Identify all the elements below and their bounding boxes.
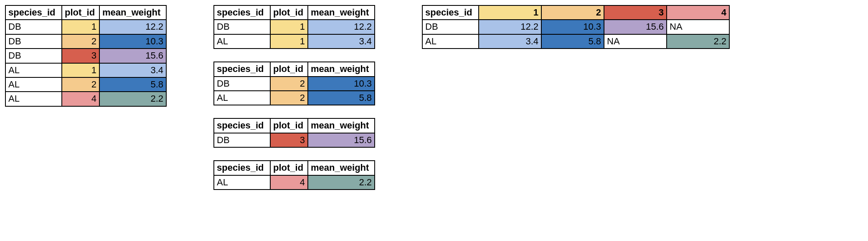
table-row: AL13.4 <box>5 63 166 77</box>
cell-mean-weight: 5.8 <box>541 34 604 49</box>
column-header-plot_id: plot_id <box>270 118 308 133</box>
cell-mean-weight: 10.3 <box>308 77 375 91</box>
cell-plot-id: 1 <box>270 20 308 34</box>
cell-plot-id: 1 <box>62 63 99 77</box>
cell-mean-weight: 15.6 <box>604 20 667 34</box>
cell-species: DB <box>422 20 479 34</box>
cell-species: DB <box>214 20 270 34</box>
cell-mean-weight: 15.6 <box>99 49 166 63</box>
cell-plot-id: 2 <box>62 77 99 92</box>
column-header-species_id: species_id <box>214 5 270 20</box>
cell-plot-id: 4 <box>270 175 308 190</box>
cell-mean-weight: 2.2 <box>99 92 166 106</box>
table-row: AL3.45.8NA2.2 <box>422 34 729 49</box>
grouped-tables-column: species_idplot_idmean_weightDB112.2AL13.… <box>213 5 375 190</box>
column-header-species_id: species_id <box>5 5 62 20</box>
column-header-mean_weight: mean_weight <box>308 118 375 133</box>
grouped-table-3: species_idplot_idmean_weightDB315.6 <box>213 118 375 148</box>
cell-species: DB <box>5 20 62 34</box>
cell-mean-weight: 10.3 <box>541 20 604 34</box>
column-header-plot-3: 3 <box>604 5 667 20</box>
column-header-species_id: species_id <box>214 118 270 133</box>
cell-species: AL <box>5 63 62 77</box>
cell-na: NA <box>667 20 729 34</box>
table-row: AL13.4 <box>214 34 375 49</box>
table-row: DB315.6 <box>5 49 166 63</box>
cell-mean-weight: 15.6 <box>308 133 375 147</box>
cell-mean-weight: 2.2 <box>667 34 729 49</box>
cell-mean-weight: 12.2 <box>308 20 375 34</box>
cell-plot-id: 2 <box>62 34 99 49</box>
cell-mean-weight: 12.2 <box>479 20 541 34</box>
long-table: species_idplot_idmean_weightDB112.2DB210… <box>5 5 167 107</box>
grouped-table-2: species_idplot_idmean_weightDB210.3AL25.… <box>213 62 375 105</box>
cell-na: NA <box>604 34 667 49</box>
cell-species: DB <box>214 133 270 147</box>
cell-mean-weight: 12.2 <box>99 20 166 34</box>
column-header-mean_weight: mean_weight <box>308 62 375 76</box>
column-header-species_id: species_id <box>214 161 270 175</box>
cell-plot-id: 2 <box>270 77 308 91</box>
column-header-plot_id: plot_id <box>270 161 308 175</box>
grouped-table-1: species_idplot_idmean_weightDB112.2AL13.… <box>213 5 375 49</box>
cell-species: DB <box>5 34 62 49</box>
grouped-table-4: species_idplot_idmean_weightAL42.2 <box>213 160 375 190</box>
long-table-column: species_idplot_idmean_weightDB112.2DB210… <box>5 5 167 107</box>
cell-mean-weight: 3.4 <box>99 63 166 77</box>
wide-table-column: species_id1234DB12.210.315.6NAAL3.45.8NA… <box>422 5 730 49</box>
cell-species: DB <box>214 77 270 91</box>
cell-species: AL <box>422 34 479 49</box>
column-header-species_id: species_id <box>214 62 270 76</box>
table-row: AL25.8 <box>214 91 375 105</box>
table-row: AL42.2 <box>5 92 166 106</box>
cell-mean-weight: 5.8 <box>99 77 166 92</box>
diagram-root: species_idplot_idmean_weightDB112.2DB210… <box>5 5 863 190</box>
column-header-species_id: species_id <box>422 5 479 20</box>
cell-mean-weight: 2.2 <box>308 175 375 190</box>
table-row: DB112.2 <box>5 20 166 34</box>
cell-plot-id: 1 <box>62 20 99 34</box>
cell-species: AL <box>214 34 270 49</box>
column-header-plot_id: plot_id <box>270 62 308 76</box>
table-row: DB112.2 <box>214 20 375 34</box>
table-row: DB12.210.315.6NA <box>422 20 729 34</box>
cell-plot-id: 3 <box>270 133 308 147</box>
cell-species: AL <box>5 92 62 106</box>
cell-species: AL <box>214 91 270 105</box>
column-header-plot-1: 1 <box>479 5 541 20</box>
table-row: AL42.2 <box>214 175 375 190</box>
cell-mean-weight: 5.8 <box>308 91 375 105</box>
wide-table: species_id1234DB12.210.315.6NAAL3.45.8NA… <box>422 5 730 49</box>
cell-mean-weight: 3.4 <box>479 34 541 49</box>
column-header-mean_weight: mean_weight <box>99 5 166 20</box>
cell-plot-id: 1 <box>270 34 308 49</box>
table-row: DB210.3 <box>214 77 375 91</box>
cell-plot-id: 2 <box>270 91 308 105</box>
cell-plot-id: 3 <box>62 49 99 63</box>
column-header-plot-4: 4 <box>667 5 729 20</box>
cell-plot-id: 4 <box>62 92 99 106</box>
table-row: AL25.8 <box>5 77 166 92</box>
table-row: DB315.6 <box>214 133 375 147</box>
cell-species: AL <box>214 175 270 190</box>
table-row: DB210.3 <box>5 34 166 49</box>
cell-mean-weight: 3.4 <box>308 34 375 49</box>
column-header-mean_weight: mean_weight <box>308 161 375 175</box>
column-header-plot-2: 2 <box>541 5 604 20</box>
cell-species: DB <box>5 49 62 63</box>
column-header-plot_id: plot_id <box>62 5 99 20</box>
cell-species: AL <box>5 77 62 92</box>
column-header-mean_weight: mean_weight <box>308 5 375 20</box>
cell-mean-weight: 10.3 <box>99 34 166 49</box>
column-header-plot_id: plot_id <box>270 5 308 20</box>
